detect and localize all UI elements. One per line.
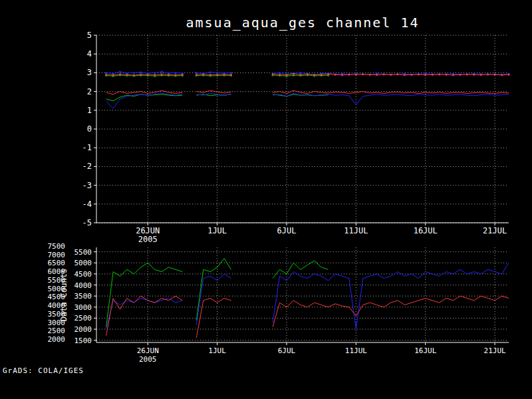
gridlines — [96, 35, 509, 223]
svg-text:6500: 6500 — [48, 259, 66, 267]
svg-text:1: 1 — [87, 106, 92, 115]
series-mean-green — [106, 94, 329, 101]
svg-text:5500: 5500 — [74, 248, 92, 257]
axis-labels: 543210-1-2-3-4-526JUN20051JUL6JUL11JUL16… — [82, 31, 507, 244]
svg-text:2500: 2500 — [74, 314, 92, 323]
svg-text:1500: 1500 — [74, 336, 92, 345]
svg-text:4500: 4500 — [74, 270, 92, 279]
series-counts-red — [106, 296, 509, 338]
svg-text:6JUL: 6JUL — [277, 226, 297, 235]
bottom-chart-svg: 55005000450040003500300025002000150026JU… — [0, 239, 532, 372]
svg-text:-5: -5 — [82, 218, 92, 227]
svg-text:2000: 2000 — [48, 335, 66, 344]
series-counts-blue — [106, 263, 509, 329]
svg-text:3000: 3000 — [74, 303, 92, 312]
svg-text:-3: -3 — [82, 181, 92, 190]
svg-text:-2: -2 — [82, 162, 92, 171]
svg-text:11JUL: 11JUL — [344, 226, 368, 235]
svg-text:6JUL: 6JUL — [278, 346, 296, 355]
svg-text:5000: 5000 — [74, 259, 92, 267]
svg-text:1JUL: 1JUL — [207, 226, 227, 235]
svg-text:26JUN: 26JUN — [137, 346, 159, 355]
svg-text:-1: -1 — [82, 143, 92, 152]
grads-attribution: GrADS: COLA/IGES — [3, 366, 84, 375]
svg-text:3500: 3500 — [74, 292, 92, 301]
gridlines — [96, 247, 509, 342]
svg-text:7500: 7500 — [48, 242, 66, 251]
top-chart-svg: 543210-1-2-3-4-526JUN20051JUL6JUL11JUL16… — [0, 0, 532, 245]
series-mean-blue — [106, 93, 509, 108]
svg-text:-4: -4 — [82, 200, 92, 209]
svg-text:2005: 2005 — [139, 355, 157, 364]
svg-text:21JUL: 21JUL — [484, 346, 506, 355]
svg-text:7000: 7000 — [48, 251, 66, 259]
grads-plot: amsua_aqua_ges channel 14 543210-1-2-3-4… — [0, 0, 532, 399]
svg-text:4: 4 — [87, 49, 92, 59]
svg-text:11JUL: 11JUL — [345, 346, 367, 355]
svg-text:16JUL: 16JUL — [414, 346, 436, 355]
y-axis-title: Data Counts — [59, 269, 68, 321]
svg-text:5: 5 — [87, 31, 92, 40]
svg-text:2500: 2500 — [48, 327, 66, 335]
svg-text:16JUL: 16JUL — [414, 226, 438, 235]
svg-text:2: 2 — [87, 87, 92, 96]
svg-text:3: 3 — [87, 68, 92, 77]
svg-text:2000: 2000 — [74, 325, 92, 334]
svg-text:4000: 4000 — [74, 281, 92, 290]
svg-text:21JUL: 21JUL — [483, 226, 507, 235]
svg-text:26JUN: 26JUN — [136, 226, 160, 235]
svg-text:0: 0 — [87, 124, 92, 134]
svg-text:1JUL: 1JUL — [208, 346, 226, 355]
axes — [94, 35, 509, 225]
